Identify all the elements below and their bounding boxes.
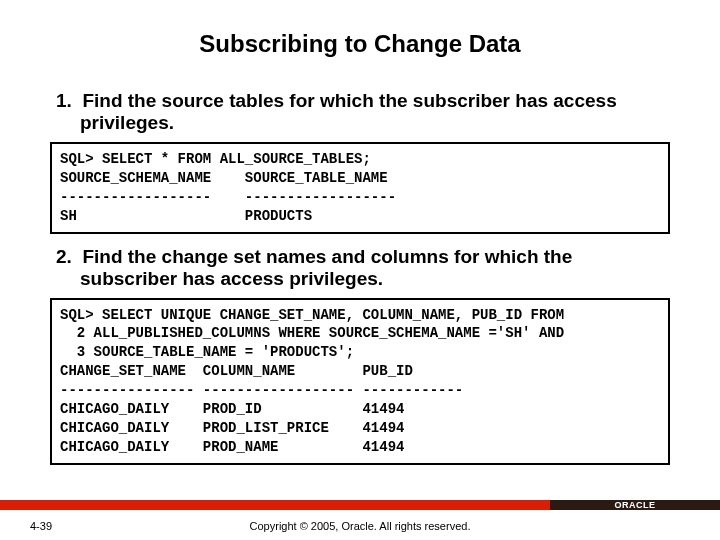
sql-block-1: SQL> SELECT * FROM ALL_SOURCE_TABLES; SO…	[50, 142, 670, 234]
step-2-number: 2.	[56, 246, 72, 267]
logo-bar: ORACLE	[550, 500, 720, 510]
slide-title: Subscribing to Change Data	[0, 0, 720, 78]
step-1-number: 1.	[56, 90, 72, 111]
oracle-logo: ORACLE	[615, 500, 656, 510]
step-1-text: Find the source tables for which the sub…	[80, 90, 617, 133]
slide-number: 4-39	[0, 520, 100, 532]
sql-block-2: SQL> SELECT UNIQUE CHANGE_SET_NAME, COLU…	[50, 298, 670, 465]
slide: Subscribing to Change Data 1. Find the s…	[0, 0, 720, 540]
step-2-text: Find the change set names and columns fo…	[80, 246, 572, 289]
content-area: 1. Find the source tables for which the …	[0, 90, 720, 465]
red-bar	[0, 500, 550, 510]
footer: 4-39 Copyright © 2005, Oracle. All right…	[0, 520, 720, 532]
copyright-text: Copyright © 2005, Oracle. All rights res…	[100, 520, 620, 532]
brand-strip: ORACLE	[0, 500, 720, 510]
step-2: 2. Find the change set names and columns…	[50, 246, 670, 290]
step-1: 1. Find the source tables for which the …	[50, 90, 670, 134]
